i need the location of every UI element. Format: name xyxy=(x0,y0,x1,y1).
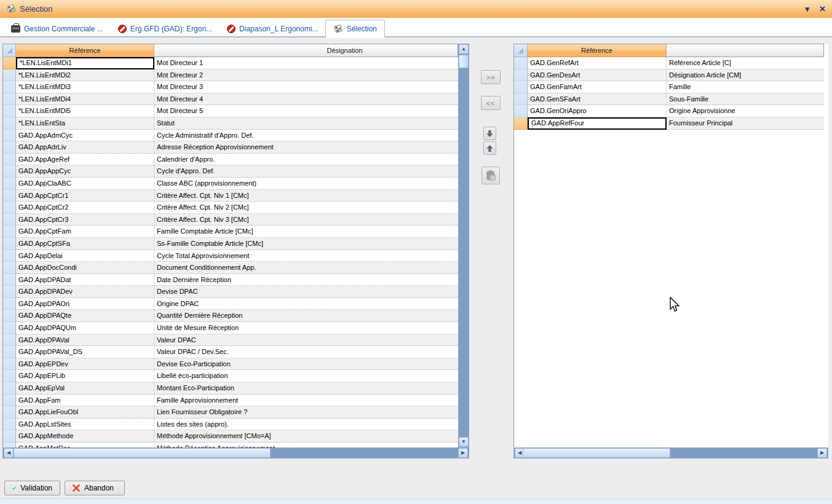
cell-designation[interactable]: Lien Fournisseur Obligatoire ? xyxy=(154,406,458,419)
cell-reference[interactable]: GAD.AppEpVal xyxy=(16,382,154,395)
cell-reference[interactable]: GAD.AppCptCr1 xyxy=(16,190,154,202)
row-selector[interactable] xyxy=(3,190,16,202)
horizontal-scroll-thumb[interactable] xyxy=(14,448,271,458)
table-row[interactable]: GAD.AppFamFamille Approvisionnement xyxy=(3,395,458,407)
cell-reference[interactable]: GAD.AppEPDev xyxy=(16,358,154,371)
move-up-button[interactable] xyxy=(483,141,496,155)
row-selector[interactable] xyxy=(3,178,16,190)
cell-designation[interactable]: Mot Directeur 1 xyxy=(154,57,458,69)
cell-reference[interactable]: *LEN.LisEntMDi5 xyxy=(16,105,154,117)
cell-designation[interactable]: Document Conditionnement App. xyxy=(154,262,458,274)
table-row[interactable]: GAD.AppDelaiCycle Total Approvisionnemen… xyxy=(3,250,458,262)
cell-designation[interactable]: Origine DPAC xyxy=(154,298,458,310)
table-row[interactable]: GAD.AppCptFamFamille Comptable Article [… xyxy=(3,226,458,238)
row-selector[interactable] xyxy=(3,419,16,431)
table-row[interactable]: GAD.AppDPAQUmUnité de Mesure Réception xyxy=(3,322,458,334)
tab-diapason-ergonomie[interactable]: Diapason_L Ergonomi... xyxy=(220,20,325,37)
table-row[interactable]: GAD.AppClaABCClasse ABC (approvisionneme… xyxy=(3,178,458,190)
tab-selection-active[interactable]: Sélection xyxy=(325,20,384,38)
row-selector[interactable] xyxy=(514,117,528,130)
cell-reference[interactable]: *LEN.LisEntMDi1 xyxy=(16,57,154,69)
cell-designation[interactable]: Adresse Réception Approvisionnement xyxy=(154,141,458,154)
cell-designation[interactable]: Statut xyxy=(154,117,458,130)
cell-reference[interactable]: GAD.AppDPAQte xyxy=(16,310,154,322)
row-selector[interactable] xyxy=(514,57,528,69)
cell-reference[interactable]: GAD.AppEPLib xyxy=(16,370,154,382)
table-row[interactable]: *LEN.LisEntMDi2Mot Directeur 2 xyxy=(3,69,458,82)
cell-reference[interactable]: GAD.AppCptSFa xyxy=(16,238,154,250)
row-selector[interactable] xyxy=(3,165,16,178)
table-row[interactable]: GAD.AppDocCondiDocument Conditionnement … xyxy=(3,262,458,274)
cell-designation[interactable]: Cycle Total Approvisionnement xyxy=(154,250,458,262)
cell-reference[interactable]: GAD.GenFamArt xyxy=(528,81,667,93)
column-header-reference[interactable]: Référence xyxy=(16,44,154,57)
abandon-button[interactable]: Abandon xyxy=(65,481,125,495)
row-selector[interactable] xyxy=(3,154,16,166)
cell-reference[interactable]: GAD.GenSFaArt xyxy=(528,93,667,106)
cell-reference[interactable]: GAD.AppMethode xyxy=(16,430,154,443)
cell-reference[interactable]: GAD.AppDPADev xyxy=(16,286,154,298)
validation-button[interactable]: Validation xyxy=(4,481,60,495)
row-selector[interactable] xyxy=(3,370,16,382)
row-selector[interactable] xyxy=(514,69,528,82)
table-row[interactable]: GAD.AppDPAValValeur DPAC xyxy=(3,334,458,347)
table-row[interactable]: GAD.AppRefFourFournisseur Principal xyxy=(514,117,824,130)
table-row[interactable]: GAD.GenSFaArtSous-Famille xyxy=(514,93,824,106)
cell-reference[interactable]: GAD.AppAgeRef xyxy=(16,154,154,166)
cell-designation[interactable]: Critère Affect. Cpt. Niv 1 [CMc] xyxy=(154,190,458,202)
cell-reference[interactable]: GAD.AppLstSites xyxy=(16,419,154,431)
table-row[interactable]: GAD.AppEPDevDevise Eco-Participation xyxy=(3,358,458,371)
cell-designation[interactable]: Valeur DPAC / Dev.Sec. xyxy=(154,346,458,358)
tab-erg-gfd[interactable]: Erg.GFD (GAD): Ergon... xyxy=(111,20,220,37)
cell-reference[interactable]: GAD.AppLieFouObl xyxy=(16,406,154,419)
cell-reference[interactable]: GAD.AppDelai xyxy=(16,250,154,262)
table-row[interactable]: GAD.GenOriApproOrigine Approvisionne xyxy=(514,105,824,117)
cell-reference[interactable]: GAD.AppFam xyxy=(16,395,154,407)
table-row[interactable]: GAD.AppCptCr3Critère Affect. Cpt. Niv 3 … xyxy=(3,214,458,226)
cell-designation[interactable]: Quantité Dernière Réception xyxy=(154,310,458,322)
row-selector[interactable] xyxy=(3,69,16,82)
cell-designation[interactable]: Mot Directeur 3 xyxy=(154,81,458,93)
close-icon[interactable]: ✕ xyxy=(819,5,826,13)
table-row[interactable]: GAD.AppLstSitesListes des sites (appro). xyxy=(3,419,458,431)
row-selector[interactable] xyxy=(3,130,16,142)
table-row[interactable]: GAD.AppLieFouOblLien Fournisseur Obligat… xyxy=(3,406,458,419)
cell-designation[interactable]: Famille Comptable Article [CMc] xyxy=(154,226,458,238)
row-selector[interactable] xyxy=(3,395,16,407)
cell-designation[interactable]: Critère Affect. Cpt. Niv 3 [CMc] xyxy=(154,214,458,226)
right-grid-horizontal-scrollbar[interactable]: ◀ ▶ xyxy=(513,447,828,459)
row-selector[interactable] xyxy=(3,382,16,395)
row-selector[interactable] xyxy=(3,346,16,358)
row-selector[interactable] xyxy=(3,298,16,310)
table-row[interactable]: GAD.AppAgeRefCalendrier d'Appro. xyxy=(3,154,458,166)
cell-reference[interactable]: GAD.AppMetRec xyxy=(16,443,154,447)
cell-reference[interactable]: GAD.AppDPAVal_DS xyxy=(16,346,154,358)
cell-designation[interactable]: Famille xyxy=(667,81,824,93)
table-row[interactable]: GAD.AppDPADevDevise DPAC xyxy=(3,286,458,298)
row-selector[interactable] xyxy=(3,274,16,286)
row-selector[interactable] xyxy=(3,262,16,274)
cell-designation[interactable]: Ss-Famille Comptable Article [CMc] xyxy=(154,238,458,250)
row-selector[interactable] xyxy=(3,310,16,322)
row-selector[interactable] xyxy=(514,105,528,117)
row-selector[interactable] xyxy=(3,81,16,93)
table-row[interactable]: GAD.GenFamArtFamille xyxy=(514,81,824,93)
table-row[interactable]: GAD.AppCptSFaSs-Famille Comptable Articl… xyxy=(3,238,458,250)
cell-designation[interactable]: Montant Eco-Participation xyxy=(154,382,458,395)
remove-all-button[interactable]: << xyxy=(481,96,501,110)
cell-reference[interactable]: GAD.AppClaABC xyxy=(16,178,154,190)
cell-designation[interactable]: Mot Directeur 5 xyxy=(154,105,458,117)
row-selector[interactable] xyxy=(3,334,16,347)
row-selector[interactable] xyxy=(3,214,16,226)
move-down-button[interactable] xyxy=(483,127,496,140)
cell-designation[interactable]: Unité de Mesure Réception xyxy=(154,322,458,334)
cell-designation[interactable]: Listes des sites (appro). xyxy=(154,419,458,431)
table-row[interactable]: GAD.AppDPAVal_DSValeur DPAC / Dev.Sec. xyxy=(3,346,458,358)
table-row[interactable]: GAD.GenDesArtDésignation Article [CM] xyxy=(514,69,824,82)
row-selector[interactable] xyxy=(3,443,16,447)
select-all-corner[interactable] xyxy=(3,44,16,57)
scroll-left-icon[interactable]: ◀ xyxy=(4,448,14,458)
row-selector[interactable] xyxy=(3,250,16,262)
cell-designation[interactable]: Devise DPAC xyxy=(154,286,458,298)
row-selector[interactable] xyxy=(3,57,16,69)
